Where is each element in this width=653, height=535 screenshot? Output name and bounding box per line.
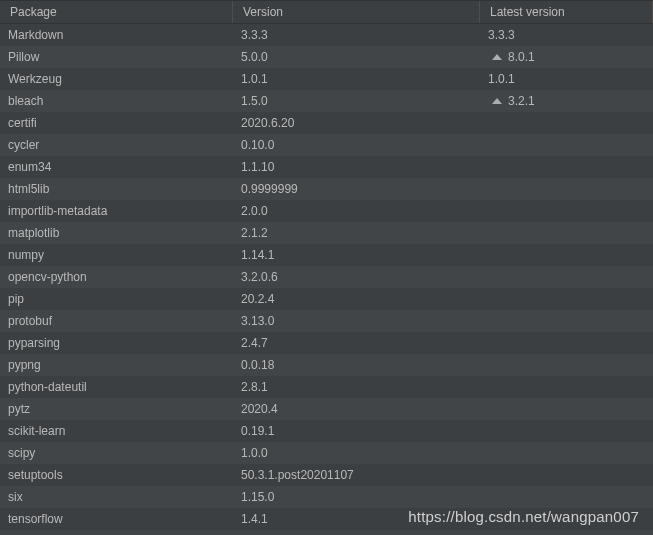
package-name: cycler	[0, 135, 233, 155]
package-latest: 3.2.1	[480, 91, 653, 111]
package-version: 5.0.0	[233, 47, 480, 67]
package-latest	[480, 428, 653, 434]
package-version: 2020.4	[233, 399, 480, 419]
package-name: tensorflow-gpu	[0, 531, 233, 535]
table-row[interactable]: scipy1.0.0	[0, 442, 653, 464]
package-name: Werkzeug	[0, 69, 233, 89]
table-row[interactable]: python-dateutil2.8.1	[0, 376, 653, 398]
table-row[interactable]: importlib-metadata2.0.0	[0, 200, 653, 222]
package-name: certifi	[0, 113, 233, 133]
package-version: 0.19.1	[233, 421, 480, 441]
package-latest	[480, 318, 653, 324]
package-name: pip	[0, 289, 233, 309]
table-row[interactable]: pypng0.0.18	[0, 354, 653, 376]
latest-version-text: 8.0.1	[508, 50, 535, 64]
package-latest: 3.3.3	[480, 25, 653, 45]
package-latest	[480, 208, 653, 214]
package-name: six	[0, 487, 233, 507]
upgrade-available-icon	[492, 54, 502, 60]
package-name: importlib-metadata	[0, 201, 233, 221]
table-row[interactable]: numpy1.14.1	[0, 244, 653, 266]
package-latest: 8.0.1	[480, 47, 653, 67]
package-name: html5lib	[0, 179, 233, 199]
package-latest	[480, 186, 653, 192]
package-latest	[480, 406, 653, 412]
table-row[interactable]: pytz2020.4	[0, 398, 653, 420]
latest-version-text: 1.0.1	[488, 72, 515, 86]
table-row[interactable]: opencv-python3.2.0.6	[0, 266, 653, 288]
table-row[interactable]: tensorflow-gpu1.4.1	[0, 530, 653, 535]
header-version[interactable]: Version	[233, 1, 480, 23]
package-version: 0.9999999	[233, 179, 480, 199]
header-latest[interactable]: Latest version	[480, 1, 653, 23]
package-latest	[480, 340, 653, 346]
package-name: numpy	[0, 245, 233, 265]
packages-table: Package Version Latest version Markdown3…	[0, 0, 653, 535]
watermark-text: https://blog.csdn.net/wangpan007	[408, 508, 639, 525]
table-body: Markdown3.3.33.3.3Pillow5.0.08.0.1Werkze…	[0, 24, 653, 535]
package-name: pypng	[0, 355, 233, 375]
package-name: bleach	[0, 91, 233, 111]
package-latest	[480, 274, 653, 280]
table-row[interactable]: cycler0.10.0	[0, 134, 653, 156]
package-name: scikit-learn	[0, 421, 233, 441]
header-package[interactable]: Package	[0, 1, 233, 23]
package-name: Pillow	[0, 47, 233, 67]
table-row[interactable]: Werkzeug1.0.11.0.1	[0, 68, 653, 90]
package-version: 3.13.0	[233, 311, 480, 331]
package-latest	[480, 472, 653, 478]
package-version: 2.4.7	[233, 333, 480, 353]
package-version: 1.4.1	[233, 531, 480, 535]
package-latest	[480, 252, 653, 258]
package-latest	[480, 230, 653, 236]
package-version: 2.8.1	[233, 377, 480, 397]
package-latest	[480, 384, 653, 390]
package-name: Markdown	[0, 25, 233, 45]
package-latest	[480, 142, 653, 148]
table-row[interactable]: six1.15.0	[0, 486, 653, 508]
package-version: 2020.6.20	[233, 113, 480, 133]
package-name: enum34	[0, 157, 233, 177]
package-name: pytz	[0, 399, 233, 419]
package-latest	[480, 494, 653, 500]
package-latest	[480, 362, 653, 368]
latest-version-text: 3.2.1	[508, 94, 535, 108]
package-name: scipy	[0, 443, 233, 463]
latest-version-text: 3.3.3	[488, 28, 515, 42]
package-version: 1.0.0	[233, 443, 480, 463]
upgrade-available-icon	[492, 98, 502, 104]
package-latest	[480, 120, 653, 126]
package-latest: 1.0.1	[480, 69, 653, 89]
package-version: 1.14.1	[233, 245, 480, 265]
package-name: tensorflow	[0, 509, 233, 529]
table-row[interactable]: pyparsing2.4.7	[0, 332, 653, 354]
table-row[interactable]: certifi2020.6.20	[0, 112, 653, 134]
package-name: pyparsing	[0, 333, 233, 353]
package-version: 0.10.0	[233, 135, 480, 155]
table-row[interactable]: bleach1.5.03.2.1	[0, 90, 653, 112]
package-name: matplotlib	[0, 223, 233, 243]
table-row[interactable]: protobuf3.13.0	[0, 310, 653, 332]
table-row[interactable]: matplotlib2.1.2	[0, 222, 653, 244]
package-version: 1.5.0	[233, 91, 480, 111]
package-version: 2.1.2	[233, 223, 480, 243]
package-version: 1.1.10	[233, 157, 480, 177]
table-header-row: Package Version Latest version	[0, 0, 653, 24]
table-row[interactable]: setuptools50.3.1.post20201107	[0, 464, 653, 486]
package-name: python-dateutil	[0, 377, 233, 397]
package-name: protobuf	[0, 311, 233, 331]
package-latest	[480, 296, 653, 302]
table-row[interactable]: scikit-learn0.19.1	[0, 420, 653, 442]
table-row[interactable]: html5lib0.9999999	[0, 178, 653, 200]
package-version: 1.15.0	[233, 487, 480, 507]
package-version: 2.0.0	[233, 201, 480, 221]
table-row[interactable]: Pillow5.0.08.0.1	[0, 46, 653, 68]
package-version: 50.3.1.post20201107	[233, 465, 480, 485]
table-row[interactable]: pip20.2.4	[0, 288, 653, 310]
package-version: 0.0.18	[233, 355, 480, 375]
package-latest	[480, 450, 653, 456]
table-row[interactable]: enum341.1.10	[0, 156, 653, 178]
package-name: setuptools	[0, 465, 233, 485]
table-row[interactable]: Markdown3.3.33.3.3	[0, 24, 653, 46]
package-version: 1.0.1	[233, 69, 480, 89]
